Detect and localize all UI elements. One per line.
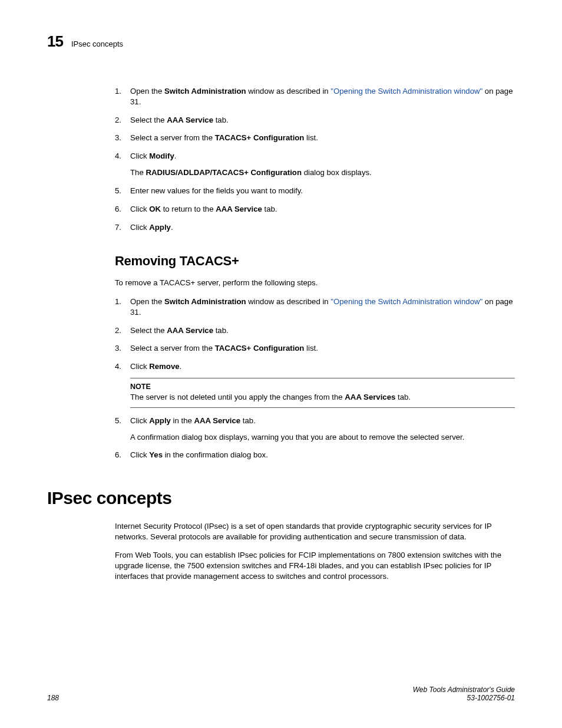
heading-ipsec-concepts: IPsec concepts <box>47 486 515 510</box>
rm-step-4: 4. Click Remove. NOTE The server is not … <box>115 361 515 408</box>
rm-step-1: 1. Open the Switch Administration window… <box>115 297 515 318</box>
doc-number: 53-1002756-01 <box>467 694 515 702</box>
page-number: 188 <box>47 694 59 702</box>
footer-right: Web Tools Administrator's Guide 53-10027… <box>413 686 515 702</box>
rm-step-2: 2. Select the AAA Service tab. <box>115 325 515 336</box>
page-header: 15 IPsec concepts <box>47 32 515 51</box>
steps-list-remove: 1. Open the Switch Administration window… <box>115 297 515 460</box>
heading-removing-tacacs: Removing TACACS+ <box>115 252 515 270</box>
step-6: 6. Click OK to return to the AAA Service… <box>115 204 515 215</box>
step-4: 4. Click Modify. The RADIUS/ADLDAP/TACAC… <box>115 151 515 178</box>
step-7: 7. Click Apply. <box>115 222 515 233</box>
step-1: 1. Open the Switch Administration window… <box>115 86 515 107</box>
note-text: The server is not deleted until you appl… <box>130 392 515 403</box>
page-footer: 188 Web Tools Administrator's Guide 53-1… <box>47 686 515 702</box>
link-open-switch-admin-2[interactable]: "Opening the Switch Administration windo… <box>330 297 482 306</box>
link-open-switch-admin[interactable]: "Opening the Switch Administration windo… <box>330 87 482 95</box>
note-label: NOTE <box>130 382 515 392</box>
rm-step-6: 6. Click Yes in the confirmation dialog … <box>115 450 515 460</box>
chapter-title: IPsec concepts <box>71 39 123 48</box>
rm-step-5-followup: A confirmation dialog box displays, warn… <box>130 432 515 443</box>
doc-title: Web Tools Administrator's Guide <box>413 686 515 694</box>
step-2: 2. Select the AAA Service tab. <box>115 115 515 126</box>
step-5: 5. Enter new values for the fields you w… <box>115 186 515 196</box>
chapter-number: 15 <box>47 32 63 51</box>
step-3: 3. Select a server from the TACACS+ Conf… <box>115 133 515 143</box>
note-box: NOTE The server is not deleted until you… <box>130 378 515 408</box>
ipsec-para-1: Internet Security Protocol (IPsec) is a … <box>115 521 515 542</box>
step-4-followup: The RADIUS/ADLDAP/TACACS+ Configuration … <box>130 167 515 178</box>
rm-step-5: 5. Click Apply in the AAA Service tab. A… <box>115 416 515 443</box>
ipsec-para-2: From Web Tools, you can establish IPsec … <box>115 550 515 581</box>
steps-list-modify: 1. Open the Switch Administration window… <box>115 86 515 232</box>
section2-intro: To remove a TACACS+ server, perform the … <box>115 278 515 288</box>
rm-step-3: 3. Select a server from the TACACS+ Conf… <box>115 343 515 354</box>
